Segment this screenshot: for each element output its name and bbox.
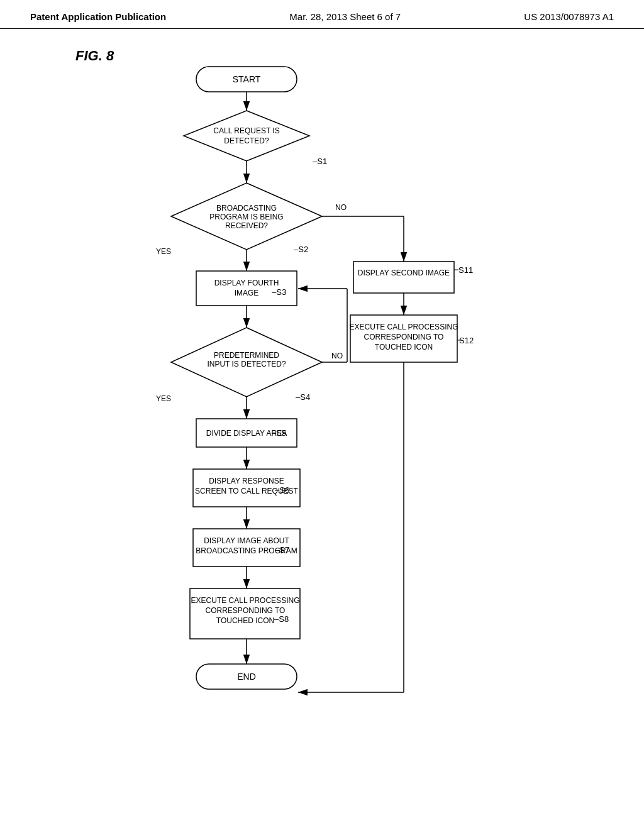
s11-line1: DISPLAY SECOND IMAGE [358, 268, 450, 277]
s6-label: –S6 [275, 485, 289, 495]
s4-line2: INPUT IS DETECTED? [207, 360, 286, 368]
header-left: Patent Application Publication [30, 11, 166, 22]
s6-line1: DISPLAY RESPONSE [209, 477, 284, 485]
s2-no-label: NO [335, 203, 347, 212]
s12-line2: CORRESPONDING TO [364, 333, 444, 341]
s12-line3: TOUCHED ICON [375, 343, 433, 351]
s8-label: –S8 [274, 614, 289, 624]
header-center: Mar. 28, 2013 Sheet 6 of 7 [289, 11, 401, 22]
fig-label: FIG. 8 [75, 48, 114, 64]
s3-label: –S3 [272, 287, 286, 297]
diagram-container: FIG. 8 START CALL REQUEST IS DETECTED? –… [0, 29, 644, 827]
s1-line2: DETECTED? [224, 136, 269, 145]
svg-marker-3 [184, 111, 309, 161]
page-header: Patent Application Publication Mar. 28, … [0, 0, 644, 29]
s12-line1: EXECUTE CALL PROCESSING [350, 323, 458, 331]
s2-yes-label: YES [156, 247, 171, 256]
s4-label: –S4 [296, 392, 310, 402]
s1-label: –S1 [313, 157, 327, 166]
s7-line1: DISPLAY IMAGE ABOUT [204, 536, 289, 545]
end-label: END [237, 672, 256, 682]
s7-label: –S7 [275, 545, 289, 555]
s11-label: S11 [458, 265, 473, 275]
s8-line1: EXECUTE CALL PROCESSING [191, 596, 300, 605]
s5-label: –S5 [272, 428, 286, 438]
s3-line2: IMAGE [235, 289, 259, 297]
s8-line2: CORRESPONDING TO [206, 606, 286, 615]
s1-line1: CALL REQUEST IS [213, 126, 279, 135]
flowchart-svg: START CALL REQUEST IS DETECTED? –S1 BROA… [77, 54, 567, 809]
s2-line3: RECEIVED? [225, 221, 268, 230]
s3-line1: DISPLAY FOURTH [214, 279, 279, 287]
s2-label: –S2 [294, 245, 308, 254]
header-right: US 2013/0078973 A1 [524, 11, 614, 22]
svg-rect-8 [353, 262, 454, 293]
s4-no-label: NO [331, 351, 343, 360]
s2-line1: BROADCASTING [216, 204, 277, 213]
s8-line3: TOUCHED ICON [216, 616, 274, 625]
start-label: START [233, 74, 261, 84]
s4-line1: PREDETERMINED [214, 351, 279, 360]
s4-yes-label: YES [156, 394, 171, 403]
s2-line2: PROGRAM IS BEING [209, 213, 283, 221]
